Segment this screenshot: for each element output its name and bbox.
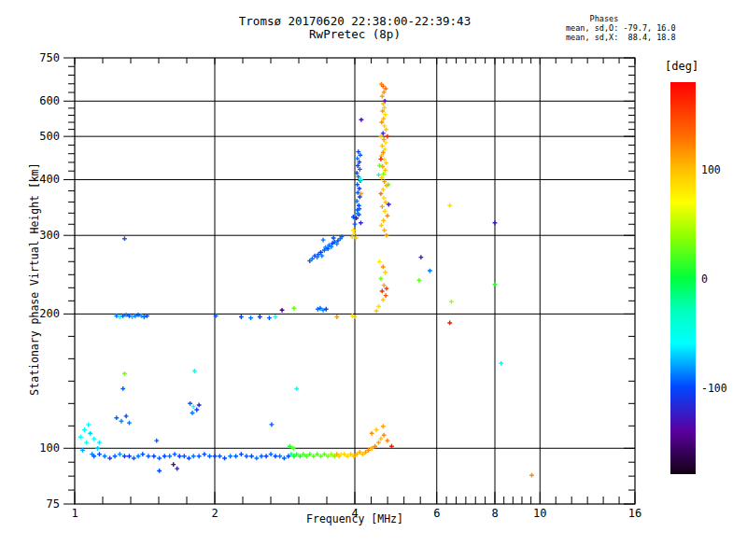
data-point [258, 315, 262, 319]
data-point [228, 454, 233, 458]
data-point [383, 209, 388, 214]
data-point [382, 283, 387, 287]
data-point [120, 419, 124, 424]
data-point [264, 454, 269, 458]
data-point [202, 452, 206, 456]
y-tick-label: 100 [39, 441, 60, 455]
y-tick-label: 300 [39, 229, 60, 242]
data-point [383, 112, 388, 117]
data-point [380, 204, 385, 209]
ionogram-page: Tromsø 20170620 22:38:00-22:39:43 RwPret… [0, 0, 747, 560]
data-point [239, 315, 244, 319]
data-point [378, 157, 383, 161]
y-tick-label: 750 [39, 51, 60, 64]
data-point [267, 315, 272, 320]
data-point [274, 315, 278, 319]
data-point [291, 306, 296, 311]
data-point [187, 456, 191, 461]
data-point [147, 454, 151, 458]
data-point [157, 469, 162, 473]
data-point [370, 431, 374, 436]
data-point [380, 144, 385, 148]
data-point [378, 276, 383, 281]
y-axis-title: Stationary phase Virtual Height [km] [28, 130, 41, 428]
data-point [378, 191, 383, 196]
data-point [151, 454, 156, 458]
data-point [294, 386, 299, 391]
data-point [376, 173, 381, 177]
data-point [359, 118, 364, 122]
data-point [376, 304, 381, 309]
data-point [383, 270, 388, 274]
data-point [88, 431, 92, 436]
data-point [385, 134, 389, 139]
y-tick-label: 400 [39, 173, 60, 186]
x-axis-title: Frequency [MHz] [75, 512, 635, 525]
data-point [269, 452, 274, 456]
data-point [374, 309, 379, 314]
data-point [493, 220, 498, 225]
data-point [382, 228, 387, 232]
data-point [167, 454, 172, 458]
data-point [382, 196, 387, 201]
data-point [269, 423, 274, 427]
data-point [331, 236, 336, 241]
data-point [154, 439, 159, 443]
data-point [213, 454, 218, 458]
data-point [78, 435, 83, 440]
data-point [122, 454, 127, 458]
data-point [222, 456, 227, 461]
data-point [190, 411, 195, 415]
data-point [381, 265, 386, 270]
data-point [218, 454, 222, 458]
data-point [380, 164, 385, 169]
data-point [192, 369, 197, 373]
data-point [114, 415, 119, 420]
data-point [376, 441, 381, 445]
data-point [274, 454, 278, 458]
data-point [122, 236, 127, 241]
data-point [157, 456, 162, 461]
data-point [529, 473, 534, 478]
data-point [381, 188, 386, 192]
colorbar-gradient [670, 82, 696, 474]
data-point [182, 454, 187, 458]
data-point [282, 456, 287, 461]
data-point [449, 300, 454, 304]
data-point [177, 454, 182, 458]
data-point [385, 233, 389, 238]
data-point [197, 454, 202, 458]
data-point [377, 163, 382, 168]
data-point [353, 222, 358, 227]
data-point [97, 452, 102, 456]
data-point [417, 278, 422, 283]
data-point [248, 315, 253, 320]
data-point [171, 462, 176, 467]
colorbar-tick-label: 0 [701, 273, 708, 286]
data-point [447, 203, 452, 208]
data-point [173, 452, 177, 456]
data-point [191, 404, 196, 409]
data-point [380, 94, 385, 99]
data-point [499, 361, 503, 366]
y-tick-label: 500 [39, 130, 60, 143]
phase-stats: Phases mean, sd,O: -79.7, 16.0 mean, sd,… [566, 14, 676, 42]
data-point [140, 452, 145, 456]
data-point [233, 454, 238, 458]
data-point [447, 321, 452, 326]
data-point [374, 427, 379, 432]
y-tick-label: 75 [47, 497, 60, 511]
data-point [428, 269, 432, 273]
data-point [191, 454, 196, 458]
data-point [381, 424, 386, 428]
colorbar-tick-label: -100 [701, 382, 727, 395]
data-point [381, 218, 386, 223]
data-point [207, 454, 212, 458]
data-point [380, 289, 385, 294]
data-point [280, 308, 285, 313]
data-point [239, 452, 244, 456]
data-point [254, 456, 259, 461]
data-point [188, 401, 192, 406]
data-point [127, 421, 132, 426]
data-point [378, 437, 383, 441]
